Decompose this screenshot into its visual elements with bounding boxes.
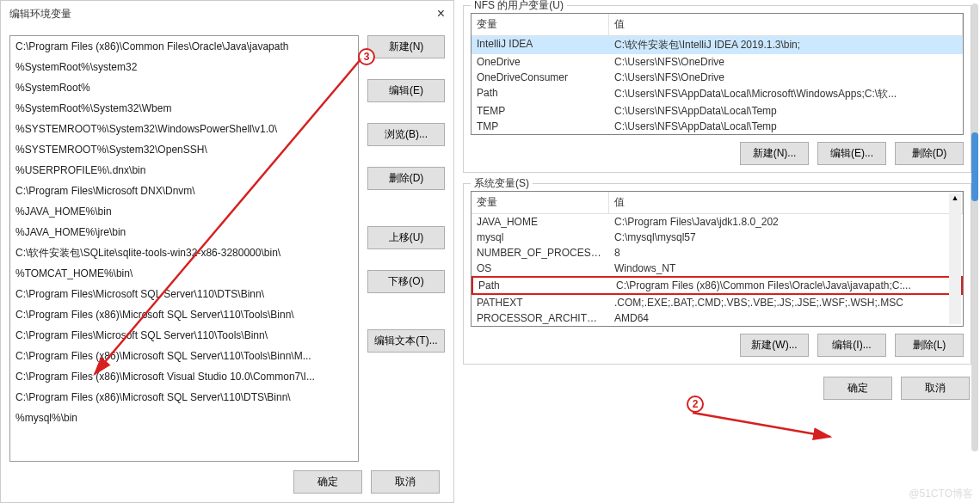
cell-value: C:\软件安装包\IntelliJ IDEA 2019.1.3\bin; — [609, 36, 963, 54]
cell-value: C:\Program Files\Java\jdk1.8.0_202 — [609, 214, 963, 230]
cell-name: mysql — [472, 230, 609, 245]
path-list-item[interactable]: %SystemRoot% — [10, 77, 358, 98]
table-row[interactable]: PATHEXT.COM;.EXE;.BAT;.CMD;.VBS;.VBE;.JS… — [472, 295, 963, 310]
cell-value: 8 — [609, 245, 963, 261]
panel-cancel-button[interactable]: 取消 — [901, 377, 970, 400]
table-header: 变量 值 — [472, 192, 963, 214]
edit-text-button[interactable]: 编辑文本(T)... — [367, 329, 445, 353]
cell-value: Windows_NT — [609, 261, 963, 276]
path-list-item[interactable]: %SystemRoot%\System32\Wbem — [10, 98, 358, 119]
path-button-column: 新建(N) 编辑(E) 浏览(B)... 删除(D) 上移(U) 下移(O) 编… — [367, 35, 445, 462]
user-vars-fieldset: NFS 的用户变量(U) 变量 值 IntelliJ IDEAC:\软件安装包\… — [463, 5, 971, 173]
table-row[interactable]: PathC:\Users\NFS\AppData\Local\Microsoft… — [472, 85, 963, 103]
cell-value: C:\Users\NFS\AppData\Local\Temp — [609, 103, 963, 119]
watermark: @51CTO博客 — [909, 487, 973, 501]
cell-name: OneDrive — [472, 54, 609, 70]
table-row[interactable]: mysqlC:\mysql\mysql57 — [472, 230, 963, 245]
path-list-item[interactable]: %SYSTEMROOT%\System32\WindowsPowerShell\… — [10, 119, 358, 139]
path-list-item[interactable]: C:\Program Files (x86)\Microsoft SQL Ser… — [10, 304, 358, 325]
user-delete-button[interactable]: 删除(D) — [895, 142, 964, 165]
table-row[interactable]: OSWindows_NT — [472, 261, 963, 276]
col-header-value[interactable]: 值 — [609, 192, 963, 213]
move-down-button[interactable]: 下移(O) — [367, 270, 445, 293]
table-row[interactable]: IntelliJ IDEAC:\软件安装包\IntelliJ IDEA 2019… — [472, 36, 963, 54]
path-list-item[interactable]: %JAVA_HOME%\bin — [10, 201, 358, 222]
sys-vars-title: 系统变量(S) — [471, 176, 533, 191]
path-list-item[interactable]: C:\Program Files\Microsoft SQL Server\11… — [10, 325, 358, 346]
path-list-item[interactable]: %JAVA_HOME%\jre\bin — [10, 222, 358, 242]
table-row[interactable]: PROCESSOR_ARCHITECT...AMD64 — [472, 310, 963, 326]
cell-name: TEMP — [472, 103, 609, 119]
sys-vars-fieldset: 系统变量(S) 变量 值 JAVA_HOMEC:\Program Files\J… — [463, 183, 971, 365]
path-list-item[interactable]: C:\Program Files\Microsoft SQL Server\11… — [10, 284, 358, 304]
path-list-item[interactable]: C:\Program Files\Microsoft DNX\Dnvm\ — [10, 181, 358, 201]
cell-value: AMD64 — [609, 310, 963, 326]
cell-name: OneDriveConsumer — [472, 70, 609, 85]
path-list-item[interactable]: %SystemRoot%\system32 — [10, 57, 358, 77]
cell-value: C:\Users\NFS\AppData\Local\Microsoft\Win… — [609, 85, 963, 103]
path-list-item[interactable]: C:\软件安装包\SQLite\sqlite-tools-win32-x86-3… — [10, 242, 358, 263]
path-list-item[interactable]: C:\Program Files (x86)\Microsoft SQL Ser… — [10, 387, 358, 408]
user-new-button[interactable]: 新建(N)... — [740, 142, 809, 165]
panel-scrollbar[interactable] — [971, 3, 978, 451]
table-row[interactable]: TEMPC:\Users\NFS\AppData\Local\Temp — [472, 103, 963, 119]
table-row[interactable]: NUMBER_OF_PROCESSORS8 — [472, 245, 963, 261]
scrollbar[interactable]: ▲ — [949, 193, 961, 324]
table-header: 变量 值 — [472, 14, 963, 36]
cell-value: C:\Users\NFS\AppData\Local\Temp — [609, 119, 963, 134]
cell-value: .COM;.EXE;.BAT;.CMD;.VBS;.VBE;.JS;.JSE;.… — [609, 295, 963, 310]
cell-name: NUMBER_OF_PROCESSORS — [472, 245, 609, 261]
delete-button[interactable]: 删除(D) — [367, 167, 445, 190]
ok-button[interactable]: 确定 — [293, 470, 362, 494]
move-up-button[interactable]: 上移(U) — [367, 226, 445, 249]
scrollbar-thumb[interactable] — [971, 132, 978, 201]
user-edit-button[interactable]: 编辑(E)... — [817, 142, 886, 165]
cell-value: C:\Program Files (x86)\Common Files\Orac… — [611, 278, 961, 293]
cell-name: Path — [473, 278, 611, 293]
col-header-name[interactable]: 变量 — [472, 14, 609, 35]
path-list-item[interactable]: %USERPROFILE%\.dnx\bin — [10, 160, 358, 181]
dialog-title: 编辑环境变量 — [9, 7, 71, 21]
table-row[interactable]: PathC:\Program Files (x86)\Common Files\… — [472, 276, 963, 295]
dialog-titlebar: 编辑环境变量 × — [1, 1, 453, 27]
scroll-up-icon[interactable]: ▲ — [949, 193, 961, 202]
cell-value: C:\Users\NFS\OneDrive — [609, 54, 963, 70]
edit-env-var-dialog: 编辑环境变量 × C:\Program Files (x86)\Common F… — [0, 0, 454, 503]
cell-name: TMP — [472, 119, 609, 134]
cell-name: IntelliJ IDEA — [472, 36, 609, 54]
cell-name: JAVA_HOME — [472, 214, 609, 230]
table-row[interactable]: TMPC:\Users\NFS\AppData\Local\Temp — [472, 119, 963, 134]
sys-delete-button[interactable]: 删除(L) — [895, 334, 964, 357]
path-list-item[interactable]: C:\Program Files (x86)\Microsoft SQL Ser… — [10, 346, 358, 366]
table-row[interactable]: JAVA_HOMEC:\Program Files\Java\jdk1.8.0_… — [472, 214, 963, 230]
edit-button[interactable]: 编辑(E) — [367, 79, 445, 102]
sys-edit-button[interactable]: 编辑(I)... — [817, 334, 886, 357]
cell-name: Path — [472, 85, 609, 103]
dialog-bottom-buttons: 确定 取消 — [1, 462, 453, 502]
cancel-button[interactable]: 取消 — [371, 470, 440, 494]
cell-name: OS — [472, 261, 609, 276]
path-list-item[interactable]: %SYSTEMROOT%\System32\OpenSSH\ — [10, 139, 358, 160]
cell-name: PATHEXT — [472, 295, 609, 310]
path-list[interactable]: C:\Program Files (x86)\Common Files\Orac… — [9, 35, 359, 462]
path-list-item[interactable]: C:\Program Files (x86)\Microsoft Visual … — [10, 366, 358, 387]
close-icon[interactable]: × — [437, 6, 445, 21]
table-row[interactable]: OneDriveConsumerC:\Users\NFS\OneDrive — [472, 70, 963, 85]
col-header-name[interactable]: 变量 — [472, 192, 609, 213]
browse-button[interactable]: 浏览(B)... — [367, 123, 445, 146]
sys-new-button[interactable]: 新建(W)... — [740, 334, 809, 357]
env-vars-panel: NFS 的用户变量(U) 变量 值 IntelliJ IDEAC:\软件安装包\… — [454, 0, 980, 503]
cell-value: C:\Users\NFS\OneDrive — [609, 70, 963, 85]
user-vars-title: NFS 的用户变量(U) — [471, 0, 567, 13]
panel-ok-button[interactable]: 确定 — [823, 377, 892, 400]
cell-value: C:\mysql\mysql57 — [609, 230, 963, 245]
user-vars-table[interactable]: 变量 值 IntelliJ IDEAC:\软件安装包\IntelliJ IDEA… — [471, 13, 964, 135]
path-list-item[interactable]: C:\Program Files (x86)\Common Files\Orac… — [10, 36, 358, 57]
col-header-value[interactable]: 值 — [609, 14, 963, 35]
path-list-item[interactable]: %mysql%\bin — [10, 408, 358, 428]
new-button[interactable]: 新建(N) — [367, 35, 445, 58]
path-list-item[interactable]: %TOMCAT_HOME%\bin\ — [10, 263, 358, 284]
table-row[interactable]: OneDriveC:\Users\NFS\OneDrive — [472, 54, 963, 70]
cell-name: PROCESSOR_ARCHITECT... — [472, 310, 609, 326]
sys-vars-table[interactable]: 变量 值 JAVA_HOMEC:\Program Files\Java\jdk1… — [471, 191, 964, 327]
